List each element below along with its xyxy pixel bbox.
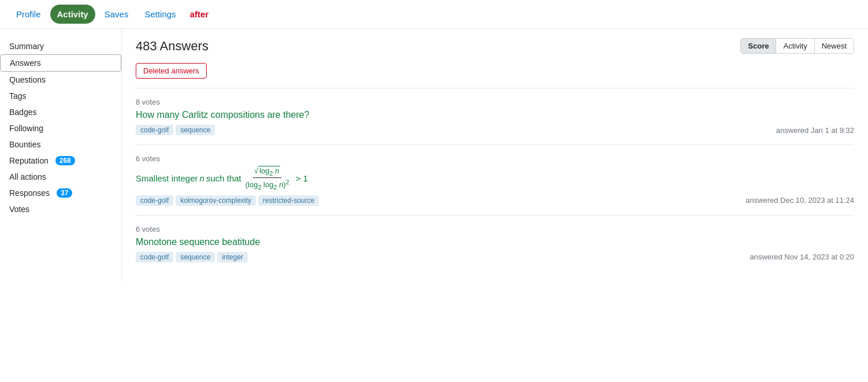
sidebar-item-summary[interactable]: Summary: [0, 38, 121, 54]
sidebar-item-badges[interactable]: Badges: [0, 104, 121, 120]
sort-buttons: Score Activity Newest: [740, 38, 854, 54]
tags-left: code-golf sequence integer: [136, 252, 248, 262]
tag[interactable]: sequence: [176, 252, 215, 262]
tag[interactable]: sequence: [176, 125, 215, 135]
sidebar-item-following[interactable]: Following: [0, 120, 121, 136]
sidebar-item-answers[interactable]: Answers: [0, 54, 121, 72]
answer-text-middle: such that: [206, 173, 241, 183]
tags-row: code-golf sequence integer answered Nov …: [136, 252, 854, 262]
sidebar-item-responses[interactable]: Responses 37: [0, 185, 121, 201]
sidebar-label-summary: Summary: [9, 42, 44, 51]
tags-row: code-golf kolmogorov-complexity restrict…: [136, 195, 854, 206]
sort-score-button[interactable]: Score: [741, 39, 776, 53]
sidebar-item-votes[interactable]: Votes: [0, 201, 121, 217]
tag[interactable]: code-golf: [136, 125, 173, 135]
page-title: 483 Answers: [136, 39, 208, 54]
sidebar: Summary Answers Questions Tags Badges Fo…: [0, 29, 121, 281]
sidebar-label-answers: Answers: [10, 58, 41, 68]
answered-date: answered Dec 10, 2023 at 11:24: [746, 196, 854, 205]
reputation-badge: 268: [55, 156, 75, 165]
tag[interactable]: integer: [217, 252, 248, 262]
sidebar-label-votes: Votes: [9, 205, 29, 214]
sidebar-label-tags: Tags: [9, 91, 27, 101]
top-navigation: Profile Activity Saves Settings after: [0, 0, 868, 29]
sidebar-item-questions[interactable]: Questions: [0, 72, 121, 88]
tag[interactable]: kolmogorov-complexity: [176, 195, 256, 206]
math-denominator: (log2 log2 n)2: [244, 178, 290, 191]
math-greater-than: > 1: [296, 173, 308, 183]
profile-tab[interactable]: Profile: [9, 5, 48, 24]
math-fraction: √log2 n (log2 log2 n)2: [244, 166, 290, 191]
math-numerator: √log2 n: [253, 166, 281, 178]
sort-newest-button[interactable]: Newest: [815, 39, 854, 53]
responses-badge: 37: [57, 188, 72, 198]
sidebar-item-all-actions[interactable]: All actions: [0, 169, 121, 185]
sidebar-label-reputation: Reputation: [9, 156, 49, 165]
content-header: 483 Answers Score Activity Newest: [136, 38, 854, 54]
deleted-answers-button[interactable]: Deleted answers: [136, 63, 207, 79]
tags-left: code-golf sequence: [136, 125, 215, 135]
answered-date: answered Nov 14, 2023 at 0:20: [750, 253, 854, 261]
sidebar-item-reputation[interactable]: Reputation 268: [0, 153, 121, 169]
tags-row: code-golf sequence answered Jan 1 at 9:3…: [136, 125, 854, 135]
answer-text-prefix: Smallest integer: [136, 173, 198, 183]
sidebar-item-tags[interactable]: Tags: [0, 88, 121, 104]
main-layout: Summary Answers Questions Tags Badges Fo…: [0, 29, 868, 281]
answer-item: 6 votes Smallest integer n such that √lo…: [136, 144, 854, 215]
after-label: after: [190, 9, 209, 19]
votes-count: 8 votes: [136, 98, 854, 106]
tag[interactable]: code-golf: [136, 195, 173, 206]
content-area: 483 Answers Score Activity Newest Delete…: [121, 29, 868, 281]
votes-count: 6 votes: [136, 225, 854, 233]
answered-date: answered Jan 1 at 9:32: [776, 126, 854, 135]
sort-activity-button[interactable]: Activity: [776, 39, 814, 53]
sidebar-label-following: Following: [9, 124, 43, 133]
answer-text-n: n: [200, 173, 204, 183]
sidebar-label-bounties: Bounties: [9, 140, 40, 149]
tags-left: code-golf kolmogorov-complexity restrict…: [136, 195, 319, 206]
tag[interactable]: restricted-source: [258, 195, 319, 206]
settings-tab[interactable]: Settings: [137, 5, 182, 24]
sidebar-label-questions: Questions: [9, 75, 46, 84]
saves-tab[interactable]: Saves: [98, 5, 136, 24]
sidebar-item-bounties[interactable]: Bounties: [0, 136, 121, 153]
tag[interactable]: code-golf: [136, 252, 173, 262]
activity-tab[interactable]: Activity: [50, 5, 95, 24]
answer-title-link[interactable]: How many Carlitz compositions are there?: [136, 110, 854, 120]
answer-title-link[interactable]: Monotone sequence beatitude: [136, 237, 854, 247]
answer-item: 6 votes Monotone sequence beatitude code…: [136, 215, 854, 272]
votes-count: 6 votes: [136, 154, 854, 163]
answer-title-math[interactable]: Smallest integer n such that √log2 n (lo…: [136, 166, 854, 191]
sidebar-label-badges: Badges: [9, 107, 36, 117]
sidebar-label-all-actions: All actions: [9, 172, 46, 181]
sidebar-label-responses: Responses: [9, 188, 50, 198]
answer-item: 8 votes How many Carlitz compositions ar…: [136, 88, 854, 144]
